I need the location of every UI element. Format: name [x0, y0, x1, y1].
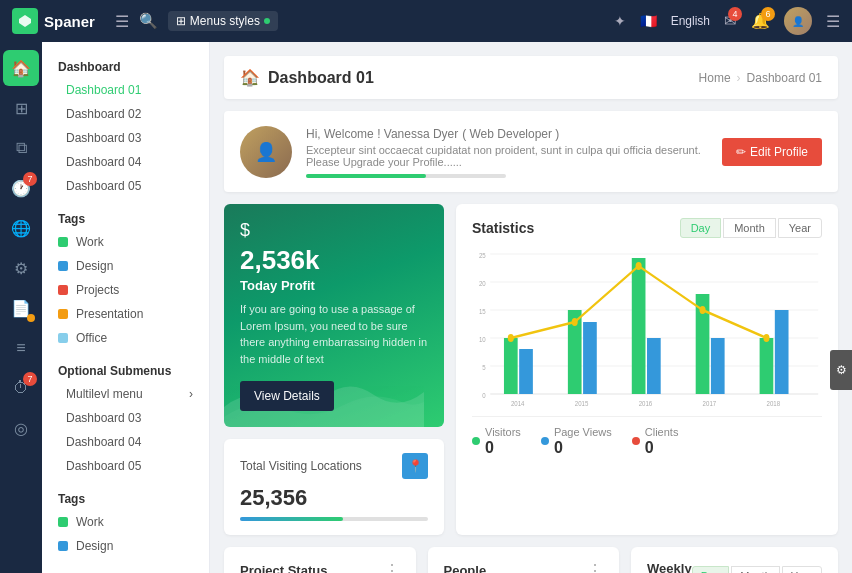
visiting-progress-fill	[240, 517, 343, 521]
weekly-tasks-title: Weekly Tasks	[647, 561, 692, 573]
edit-profile-button[interactable]: ✏ Edit Profile	[722, 138, 822, 166]
pageviews-dot	[541, 437, 549, 445]
sparkle-icon[interactable]: ✦	[614, 13, 626, 29]
sidebar-item-dashboard05[interactable]: Dashboard 05	[42, 174, 209, 198]
dollar-icon: $	[240, 220, 428, 241]
sidebar-tags-title: Tags	[42, 206, 209, 230]
sidebar-tag-office[interactable]: Office	[42, 326, 209, 350]
sidebar-submenu-multilevel[interactable]: Multilevl menu ›	[42, 382, 209, 406]
bell-badge: 6	[761, 7, 775, 21]
search-icon[interactable]: 🔍	[139, 12, 158, 30]
visiting-count: 25,356	[240, 485, 428, 511]
svg-text:15: 15	[479, 307, 486, 316]
sidebar-tags2-title: Tags	[42, 486, 209, 510]
welcome-avatar: 👤	[240, 126, 292, 178]
svg-rect-14	[519, 349, 533, 394]
side-icon-time2[interactable]: ⏱ 7	[3, 370, 39, 406]
welcome-card: 👤 Hi, Welcome ! Vanessa Dyer ( Web Devel…	[224, 111, 838, 192]
map-icon-button[interactable]: 📍	[402, 453, 428, 479]
visiting-title: Total Visiting Locations	[240, 459, 362, 473]
stats-tab-year[interactable]: Year	[778, 218, 822, 238]
svg-rect-17	[632, 258, 646, 394]
svg-point-26	[700, 306, 706, 314]
page-title: Dashboard 01	[268, 69, 374, 87]
side-icon-clock[interactable]: 🕐 7	[3, 170, 39, 206]
bell-icon[interactable]: 🔔 6	[751, 12, 770, 30]
side-icon-globe[interactable]: 🌐	[3, 210, 39, 246]
svg-rect-22	[775, 310, 789, 394]
svg-text:2016: 2016	[639, 399, 653, 408]
stats-gear-button[interactable]: ⚙	[830, 350, 852, 390]
sidebar-tag2-work[interactable]: Work	[42, 510, 209, 534]
view-details-button[interactable]: View Details	[240, 381, 334, 411]
mail-badge: 4	[728, 7, 742, 21]
sidebar-item-opt-dashboard04[interactable]: Dashboard 04	[42, 430, 209, 454]
stats-tab-month[interactable]: Month	[723, 218, 776, 238]
svg-text:0: 0	[482, 391, 485, 400]
svg-text:5: 5	[482, 363, 485, 372]
side-icon-gear[interactable]: ⚙	[3, 250, 39, 286]
flag-icon: 🇫🇷	[640, 13, 657, 29]
sidebar-item-dashboard02[interactable]: Dashboard 02	[42, 102, 209, 126]
side-icon-stack[interactable]: ≡	[3, 330, 39, 366]
weekly-tab-year[interactable]: Year	[782, 566, 822, 573]
sidebar-item-dashboard03[interactable]: Dashboard 03	[42, 126, 209, 150]
svg-marker-0	[19, 15, 31, 27]
sidebar-item-opt-dashboard03[interactable]: Dashboard 03	[42, 406, 209, 430]
stats-tab-day[interactable]: Day	[680, 218, 722, 238]
sidebar-section-title: Dashboard	[42, 54, 209, 78]
side-icon-document[interactable]: 📄	[3, 290, 39, 326]
svg-point-27	[763, 334, 769, 342]
sidebar-item-opt-dashboard05[interactable]: Dashboard 05	[42, 454, 209, 478]
page-header: 🏠 Dashboard 01 Home › Dashboard 01	[224, 56, 838, 99]
sidebar-tag-design[interactable]: Design	[42, 254, 209, 278]
tag-dot-office	[58, 333, 68, 343]
weekly-tab-day[interactable]: Day	[692, 566, 730, 573]
sidebar-tag-presentation[interactable]: Presentation	[42, 302, 209, 326]
active-dot	[264, 18, 270, 24]
chart-legend: Visitors 0 Page Views 0 Clients 0	[472, 416, 822, 457]
side-icon-circle[interactable]: ◎	[3, 410, 39, 446]
visiting-progress-bar	[240, 517, 428, 521]
svg-point-24	[572, 318, 578, 326]
menus-styles-btn[interactable]: ⊞ Menus styles	[168, 11, 278, 31]
project-status-card: Project Status ⋮ Web page editors	[224, 547, 416, 573]
app-logo[interactable]: Spaner	[12, 8, 95, 34]
project-status-menu[interactable]: ⋮	[384, 561, 400, 573]
legend-pageviews: Page Views 0	[541, 425, 612, 457]
sidebar: Dashboard Dashboard 01 Dashboard 02 Dash…	[42, 42, 210, 573]
profit-label: Today Profit	[240, 278, 428, 293]
side-icon-grid[interactable]: ⊞	[3, 90, 39, 126]
profit-description: If you are going to use a passage of Lor…	[240, 301, 428, 367]
sidebar-item-dashboard04[interactable]: Dashboard 04	[42, 150, 209, 174]
breadcrumb-home[interactable]: Home	[699, 71, 731, 85]
left-column: $ 2,536k Today Profit If you are going t…	[224, 204, 444, 535]
people-header: People ⋮	[444, 561, 604, 573]
mail-icon[interactable]: ✉ 4	[724, 12, 737, 30]
svg-text:20: 20	[479, 279, 486, 288]
visiting-header: Total Visiting Locations 📍	[240, 453, 428, 479]
statistics-title: Statistics	[472, 220, 534, 236]
sidebar-item-dashboard01[interactable]: Dashboard 01	[42, 78, 209, 102]
sidebar-tag-projects[interactable]: Projects	[42, 278, 209, 302]
side-navigation: 🏠 ⊞ ⧉ 🕐 7 🌐 ⚙ 📄 ≡ ⏱ 7 ◎	[0, 42, 42, 573]
svg-text:10: 10	[479, 335, 486, 344]
profile-progress-bar	[306, 174, 506, 178]
people-title: People	[444, 563, 487, 573]
people-menu[interactable]: ⋮	[587, 561, 603, 573]
language-label: English	[671, 14, 710, 28]
hamburger-icon[interactable]: ☰	[115, 12, 129, 31]
weekly-tasks-tabs: Day Month Year	[692, 566, 822, 573]
weekly-tab-month[interactable]: Month	[731, 566, 780, 573]
svg-text:2018: 2018	[767, 399, 781, 408]
side-icon-home[interactable]: 🏠	[3, 50, 39, 86]
page-title-area: 🏠 Dashboard 01	[240, 68, 374, 87]
side-icon-layers[interactable]: ⧉	[3, 130, 39, 166]
nav-menu-icon[interactable]: ☰	[826, 12, 840, 31]
tag-dot2-design	[58, 541, 68, 551]
home-icon: 🏠	[240, 68, 260, 87]
visitors-dot	[472, 437, 480, 445]
sidebar-tag2-design[interactable]: Design	[42, 534, 209, 558]
user-avatar[interactable]: 👤	[784, 7, 812, 35]
sidebar-tag-work[interactable]: Work	[42, 230, 209, 254]
